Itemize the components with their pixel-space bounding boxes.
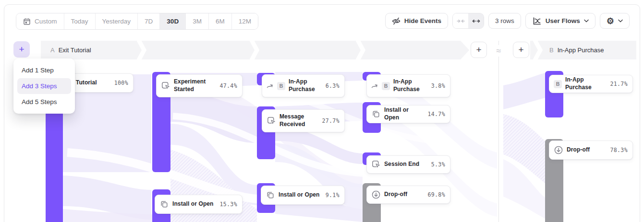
node-percent: 15.3% bbox=[219, 201, 237, 208]
calendar-icon bbox=[23, 18, 31, 25]
chevron-down-icon bbox=[584, 19, 589, 23]
hide-events-button[interactable]: Hide Events bbox=[385, 13, 448, 29]
action-icon bbox=[371, 160, 381, 169]
column-width-toggle bbox=[452, 13, 484, 29]
journey-b-letter: B bbox=[549, 47, 554, 54]
toolbar: CustomTodayYesterday7D30D3M6M12M Hide Ev… bbox=[0, 0, 644, 34]
node-label: In-App Purchase bbox=[565, 76, 607, 91]
flow-node-session-end[interactable]: Session End5.3% bbox=[366, 155, 450, 174]
band-chevron bbox=[533, 41, 544, 59]
date-range-6m[interactable]: 6M bbox=[208, 13, 231, 29]
node-percent: 100% bbox=[114, 80, 128, 86]
user-flows-icon bbox=[532, 16, 542, 26]
eye-off-icon bbox=[392, 17, 401, 25]
view-selector-button[interactable]: User Flows bbox=[525, 13, 595, 29]
flow-node-in-app-purchase-6[interactable]: BIn-App Purchase6.3% bbox=[262, 74, 345, 97]
action-icon bbox=[267, 116, 276, 126]
flow-arrow-icon bbox=[371, 83, 378, 89]
journey-badge: B bbox=[554, 80, 562, 88]
add-step-button[interactable]: + bbox=[13, 41, 30, 58]
dropoff-icon bbox=[371, 190, 381, 199]
journey-a-letter: A bbox=[50, 47, 55, 54]
user-flows-app: CustomTodayYesterday7D30D3M6M12M Hide Ev… bbox=[0, 0, 644, 222]
view-selector-label: User Flows bbox=[546, 17, 580, 24]
action-icon bbox=[161, 81, 170, 91]
date-range-yesterday[interactable]: Yesterday bbox=[95, 13, 138, 29]
expand-columns-button[interactable] bbox=[468, 13, 484, 28]
menu-item-add-5-steps[interactable]: Add 5 Steps bbox=[17, 94, 71, 110]
node-percent: 6.3% bbox=[326, 82, 340, 89]
node-label: Install or Open bbox=[172, 200, 214, 208]
add-step-end-button[interactable]: + bbox=[471, 42, 487, 58]
toolbar-right-group: Hide Events 3 rows User Flows bbox=[385, 13, 630, 29]
journey-band-a[interactable]: A Exit Tutorial bbox=[41, 41, 469, 59]
flow-arrow-icon bbox=[267, 83, 274, 89]
flow-node-in-app-purchase-3[interactable]: BIn-App Purchase3.8% bbox=[366, 74, 450, 97]
node-percent: 78.3% bbox=[610, 147, 628, 153]
collapse-columns-button[interactable] bbox=[453, 13, 468, 28]
dropoff-icon bbox=[554, 145, 563, 155]
journey-badge: B bbox=[277, 82, 285, 90]
flow-node-install-or-open-14[interactable]: Install or Open14.7% bbox=[366, 105, 450, 123]
node-percent: 21.7% bbox=[610, 81, 628, 87]
date-range-label: 12M bbox=[239, 18, 251, 25]
date-range-3m[interactable]: 3M bbox=[185, 13, 208, 29]
node-percent: 9.1% bbox=[326, 192, 340, 199]
flow-node-install-or-open-9[interactable]: Install or Open9.1% bbox=[261, 186, 345, 205]
node-percent: 3.8% bbox=[431, 82, 445, 89]
date-range-label: 6M bbox=[216, 18, 225, 25]
panel-separator-icon: ≈ bbox=[493, 45, 505, 57]
panel-divider bbox=[498, 41, 499, 222]
node-label: In-App Purchase bbox=[393, 78, 428, 93]
node-percent: 14.7% bbox=[427, 111, 445, 117]
hide-events-label: Hide Events bbox=[404, 17, 441, 24]
rows-button[interactable]: 3 rows bbox=[488, 13, 521, 29]
window-icon bbox=[159, 199, 169, 209]
date-range-group: CustomTodayYesterday7D30D3M6M12M bbox=[16, 13, 258, 30]
date-range-label: Yesterday bbox=[102, 18, 131, 25]
date-range-7d[interactable]: 7D bbox=[137, 13, 159, 29]
flow-node-install-or-open-15[interactable]: Install or Open15.3% bbox=[155, 195, 243, 214]
menu-item-add-1-step[interactable]: Add 1 Step bbox=[17, 62, 71, 78]
date-range-custom[interactable]: Custom bbox=[16, 13, 64, 29]
node-percent: 47.4% bbox=[219, 82, 237, 89]
date-range-label: Custom bbox=[35, 18, 57, 25]
node-label: In-App Purchase bbox=[289, 78, 322, 93]
flow-node-drop-off-78[interactable]: Drop-off78.3% bbox=[549, 140, 633, 160]
node-percent: 5.3% bbox=[431, 161, 445, 168]
flow-node-experiment-started[interactable]: Experiment Started47.4% bbox=[156, 74, 243, 97]
node-label: Experiment Started bbox=[174, 78, 208, 93]
date-range-label: 3M bbox=[193, 18, 202, 25]
node-label: Message Received bbox=[279, 113, 314, 128]
flow-node-drop-off-69[interactable]: Drop-off69.8% bbox=[366, 186, 450, 204]
add-steps-menu: Add 1 StepAdd 3 StepsAdd 5 Steps bbox=[13, 58, 75, 114]
add-step-b-button[interactable]: + bbox=[513, 42, 529, 58]
band-chevron bbox=[137, 41, 147, 59]
node-label: Session End bbox=[384, 161, 419, 168]
node-label: Drop-off bbox=[384, 191, 407, 199]
node-percent: 27.7% bbox=[322, 117, 340, 124]
date-range-30d[interactable]: 30D bbox=[159, 13, 185, 29]
gear-icon: ⚙ bbox=[607, 17, 614, 25]
flow-node-message-received[interactable]: Message Received27.7% bbox=[262, 109, 345, 132]
date-range-today[interactable]: Today bbox=[64, 13, 95, 29]
node-label: Install or Open bbox=[384, 106, 424, 121]
journey-a-name: Exit Tutorial bbox=[59, 47, 91, 54]
node-percent: 69.8% bbox=[427, 191, 445, 198]
band-chevron bbox=[250, 41, 260, 59]
collapse-icon bbox=[457, 18, 465, 24]
window-icon bbox=[266, 190, 275, 200]
flow-node-in-app-purchase-21[interactable]: BIn-App Purchase21.7% bbox=[549, 75, 633, 93]
band-chevron bbox=[356, 41, 366, 59]
menu-item-add-3-steps[interactable]: Add 3 Steps bbox=[17, 78, 71, 94]
rows-label: 3 rows bbox=[495, 17, 514, 24]
journey-band-b[interactable]: B In-App Purchase bbox=[530, 41, 636, 59]
date-range-12m[interactable]: 12M bbox=[231, 13, 258, 29]
date-range-label: 30D bbox=[167, 18, 179, 25]
window-icon bbox=[371, 109, 381, 119]
date-range-label: 7D bbox=[145, 18, 153, 25]
settings-button[interactable]: ⚙ bbox=[600, 13, 630, 29]
journey-badge: B bbox=[382, 82, 390, 90]
date-range-label: Today bbox=[71, 18, 88, 25]
expand-icon bbox=[472, 18, 480, 24]
